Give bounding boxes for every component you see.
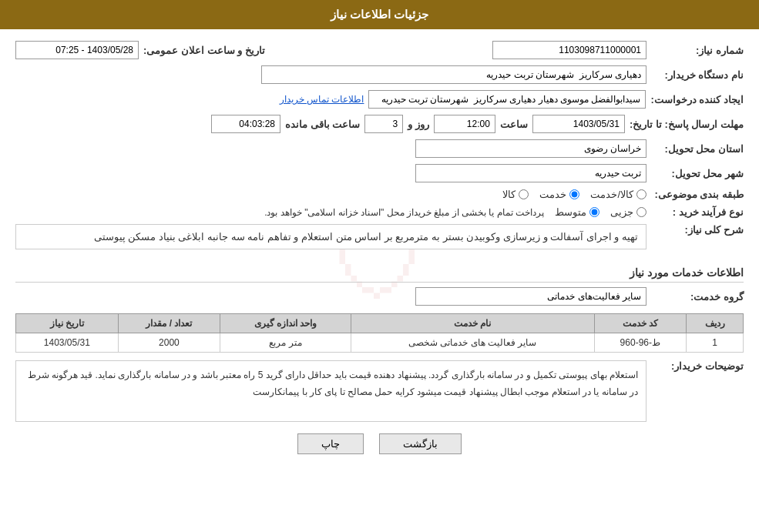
col-code-header: کد خدمت bbox=[594, 314, 686, 333]
cell-unit: متر مربع bbox=[220, 333, 351, 353]
category-radio-group: کالا/خدمت خدمت کالا bbox=[502, 189, 646, 200]
page-header: جزئیات اطلاعات نیاز bbox=[0, 0, 759, 29]
page-container: 🛡 جزئیات اطلاعات نیاز شماره نیاز: تاریخ … bbox=[0, 0, 759, 532]
city-label: شهر محل تحویل: bbox=[651, 168, 744, 179]
radio-mottasat[interactable]: متوسط bbox=[555, 206, 599, 218]
col-count-header: تعداد / مقدار bbox=[118, 314, 220, 333]
need-number-label: شماره نیاز: bbox=[651, 45, 744, 56]
row-need-desc: شرح کلی نیاز: تهیه و اجرای آسفالت و زیرس… bbox=[15, 224, 744, 257]
row-city: شهر محل تحویل: bbox=[15, 164, 744, 182]
deadline-time-input[interactable] bbox=[434, 115, 495, 133]
date-time-label: تاریخ و ساعت اعلان عمومی: bbox=[143, 45, 265, 56]
radio-kala-input[interactable] bbox=[519, 189, 529, 199]
row-need-number: شماره نیاز: تاریخ و ساعت اعلان عمومی: bbox=[15, 41, 744, 59]
data-table-section: ردیف کد خدمت نام خدمت واحد اندازه گیری ت… bbox=[15, 313, 744, 353]
services-section-title: اطلاعات خدمات مورد نیاز bbox=[15, 266, 744, 283]
kala-label: کالا bbox=[502, 189, 516, 200]
khadamat-label: خدمت bbox=[539, 189, 566, 200]
radio-mottasat-input[interactable] bbox=[589, 207, 599, 217]
services-table: ردیف کد خدمت نام خدمت واحد اندازه گیری ت… bbox=[15, 313, 744, 353]
countdown-label: ساعت باقی مانده bbox=[285, 119, 360, 130]
row-requester: ایجاد کننده درخواست: اطلاعات تماس خریدار bbox=[15, 90, 744, 109]
radio-khadamat-input[interactable] bbox=[569, 189, 579, 199]
need-number-input[interactable] bbox=[492, 41, 646, 59]
cell-row: 1 bbox=[687, 333, 744, 353]
row-category: طبقه بندی موضوعی: کالا/خدمت خدمت کالا bbox=[15, 189, 744, 200]
cell-count: 2000 bbox=[118, 333, 220, 353]
cell-code: ط-96-960 bbox=[594, 333, 686, 353]
purchase-note: پرداخت تمام یا بخشی از مبلغ خریداز محل "… bbox=[264, 207, 544, 218]
cell-name: سایر فعالیت های خدماتی شخصی bbox=[351, 333, 595, 353]
radio-jozvi-input[interactable] bbox=[636, 207, 646, 217]
cell-date: 1403/05/31 bbox=[16, 333, 119, 353]
col-name-header: نام خدمت bbox=[351, 314, 595, 333]
table-header-row: ردیف کد خدمت نام خدمت واحد اندازه گیری ت… bbox=[16, 314, 744, 333]
jozvi-label: جزیی bbox=[610, 206, 633, 218]
radio-kala-khadamat[interactable]: کالا/خدمت bbox=[590, 189, 646, 200]
kala-khadamat-label: کالا/خدمت bbox=[590, 189, 633, 200]
radio-kala[interactable]: کالا bbox=[502, 189, 529, 200]
row-buyer-notes: توضیحات خریدار: استعلام بهای پیوستی تکمی… bbox=[15, 360, 744, 422]
col-row-header: ردیف bbox=[687, 314, 744, 333]
purchase-type-label: نوع فرآیند خرید : bbox=[651, 206, 744, 218]
radio-jozvi[interactable]: جزیی bbox=[610, 206, 646, 218]
content-area: شماره نیاز: تاریخ و ساعت اعلان عمومی: نا… bbox=[0, 29, 759, 466]
need-desc-text: تهیه و اجرای آسفالت و زیرسازی وکوبیدن بس… bbox=[94, 231, 638, 243]
province-input[interactable] bbox=[415, 139, 646, 158]
category-label: طبقه بندی موضوعی: bbox=[651, 189, 744, 200]
buyer-notes-box: استعلام بهای پیوستی تکمیل و در سامانه با… bbox=[15, 360, 646, 422]
need-desc-box: تهیه و اجرای آسفالت و زیرسازی وکوبیدن بس… bbox=[15, 224, 646, 249]
print-button[interactable]: چاپ bbox=[297, 433, 364, 454]
province-label: استان محل تحویل: bbox=[651, 143, 744, 155]
back-button[interactable]: بازگشت bbox=[379, 433, 462, 454]
service-group-label: گروه خدمت: bbox=[651, 291, 744, 303]
buyer-notes-label: توضیحات خریدار: bbox=[651, 360, 744, 372]
contact-link[interactable]: اطلاعات تماس خریدار bbox=[280, 94, 364, 105]
buyer-notes-text: استعلام بهای پیوستی تکمیل و در سامانه با… bbox=[28, 370, 638, 397]
row-service-group: گروه خدمت: bbox=[15, 287, 744, 306]
deadline-days-input[interactable] bbox=[364, 115, 403, 133]
date-time-input[interactable] bbox=[15, 41, 139, 59]
purchase-type-row: جزیی متوسط پرداخت تمام یا بخشی از مبلغ خ… bbox=[264, 206, 646, 218]
radio-khadamat[interactable]: خدمت bbox=[539, 189, 579, 200]
service-group-input[interactable] bbox=[415, 287, 646, 306]
deadline-date-input[interactable] bbox=[532, 115, 625, 133]
buyer-org-label: نام دستگاه خریدار: bbox=[651, 69, 744, 81]
mottasat-label: متوسط bbox=[555, 206, 586, 218]
page-title: جزئیات اطلاعات نیاز bbox=[331, 8, 428, 21]
radio-kala-khadamat-input[interactable] bbox=[636, 189, 646, 199]
col-unit-header: واحد اندازه گیری bbox=[220, 314, 351, 333]
city-input[interactable] bbox=[415, 164, 646, 182]
row-buyer-org: نام دستگاه خریدار: bbox=[15, 65, 744, 84]
buttons-row: بازگشت چاپ bbox=[15, 433, 744, 454]
need-desc-label: شرح کلی نیاز: bbox=[651, 224, 744, 236]
buyer-org-input[interactable] bbox=[261, 65, 646, 84]
countdown-input[interactable] bbox=[211, 115, 280, 133]
requester-label: ایجاد کننده درخواست: bbox=[650, 94, 744, 105]
col-date-header: تاریخ نیاز bbox=[16, 314, 119, 333]
table-row: 1 ط-96-960 سایر فعالیت های خدماتی شخصی م… bbox=[16, 333, 744, 353]
deadline-label: مهلت ارسال پاسخ: تا تاریخ: bbox=[630, 119, 744, 130]
requester-input[interactable] bbox=[368, 90, 646, 109]
row-province: استان محل تحویل: bbox=[15, 139, 744, 158]
time-label: ساعت bbox=[500, 119, 528, 130]
row-purchase-type: نوع فرآیند خرید : جزیی متوسط پرداخت تمام… bbox=[15, 206, 744, 218]
days-label: روز و bbox=[408, 119, 429, 130]
row-deadline: مهلت ارسال پاسخ: تا تاریخ: ساعت روز و سا… bbox=[15, 115, 744, 133]
